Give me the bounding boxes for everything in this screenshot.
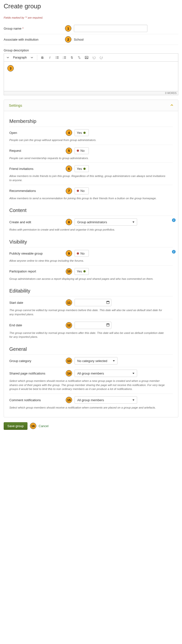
editability-section-title: Editability: [9, 288, 173, 294]
open-help: People can join the group without approv…: [9, 138, 173, 142]
comment-notifications-select[interactable]: All group members: [74, 396, 137, 404]
group-name-label-text: Group name: [4, 27, 21, 30]
svg-rect-5: [57, 58, 59, 58]
callout-marker-11: 11: [66, 299, 72, 306]
redo-icon[interactable]: [98, 54, 105, 61]
group-name-input[interactable]: [74, 25, 147, 32]
callout-marker-2: 2: [65, 36, 71, 42]
participation-report-row: Participation report 10 Yes Group admini…: [9, 265, 173, 284]
comment-notifications-row: Comment notifications 15 All group membe…: [9, 394, 173, 412]
more-menu-icon[interactable]: [5, 54, 11, 61]
svg-rect-8: [64, 58, 66, 58]
friend-invitations-row: Friend invitations 6 Yes Allow members t…: [9, 162, 173, 184]
toolbar-separator: [37, 55, 37, 60]
cancel-link[interactable]: Cancel: [39, 424, 49, 428]
calendar-icon[interactable]: [106, 323, 110, 327]
callout-marker-1: 1: [65, 25, 71, 32]
settings-panel-header[interactable]: Settings: [4, 100, 178, 111]
end-date-help: The group cannot be edited by normal gro…: [9, 331, 173, 339]
callout-marker-8: 8: [66, 219, 72, 225]
start-date-row: Start date 11 The group cannot be edited…: [9, 296, 173, 319]
callout-marker-13: 13: [66, 358, 72, 364]
request-help: People can send membership requests to g…: [9, 156, 173, 160]
unlink-icon[interactable]: [76, 54, 82, 61]
numbered-list-icon[interactable]: 123: [61, 54, 68, 61]
svg-rect-16: [107, 301, 108, 302]
callout-marker-14: 14: [66, 370, 72, 376]
shared-notifications-select-value: All group members: [77, 372, 104, 375]
chevron-down-icon: [132, 373, 134, 374]
friend-invitations-toggle[interactable]: Yes: [74, 165, 89, 172]
callout-marker-9: 9: [66, 250, 72, 256]
required-fields-note: Fields marked by '*' are required.: [4, 16, 178, 19]
open-row: Open 4 Yes People can join the group wit…: [9, 126, 173, 145]
public-viewable-label: Publicly viewable group: [9, 252, 66, 255]
bullet-list-icon[interactable]: [54, 54, 60, 61]
create-edit-select-value: Group administrators: [77, 220, 107, 224]
group-name-row: Group name * 1: [4, 23, 178, 34]
recommendations-label: Recommendations: [9, 189, 66, 193]
style-dropdown-caret-icon[interactable]: [29, 54, 35, 61]
toggle-dot-icon: [83, 270, 85, 272]
svg-point-13: [86, 57, 86, 58]
chevron-up-icon: [170, 104, 173, 107]
bold-icon[interactable]: B: [39, 54, 46, 61]
svg-rect-21: [108, 323, 109, 324]
associate-institution-value: School: [74, 38, 84, 41]
recommendations-row: Recommendations 7 No Allow members to se…: [9, 185, 173, 203]
participation-report-toggle[interactable]: Yes: [74, 268, 89, 275]
svg-rect-7: [64, 57, 66, 58]
associate-institution-label: Associate with institution: [4, 38, 65, 41]
shared-notifications-select[interactable]: All group members: [74, 370, 137, 377]
editor-textarea[interactable]: 3: [4, 62, 178, 91]
link-icon[interactable]: [69, 54, 75, 61]
word-count: 0 WORDS: [4, 91, 178, 95]
svg-rect-19: [107, 324, 109, 324]
save-group-button[interactable]: Save group: [4, 422, 28, 430]
svg-rect-15: [107, 301, 109, 302]
recommendations-help: Allow members to send a recommendation f…: [9, 196, 173, 200]
start-date-input[interactable]: [75, 300, 104, 306]
group-category-select-value: No category selected: [77, 359, 107, 363]
comment-notifications-select-value: All group members: [77, 398, 104, 402]
calendar-icon[interactable]: [106, 300, 110, 305]
end-date-input[interactable]: [75, 322, 104, 328]
editor-toolbar: Paragraph B I 123: [4, 54, 178, 62]
general-section-title: General: [9, 346, 173, 352]
public-viewable-toggle-value: No: [80, 252, 85, 255]
settings-panel-body: Membership Open 4 Yes People can join th…: [4, 111, 178, 417]
friend-invitations-toggle-value: Yes: [77, 167, 82, 170]
group-category-select[interactable]: No category selected: [74, 357, 118, 364]
italic-icon[interactable]: I: [47, 54, 53, 61]
info-icon[interactable]: i: [172, 250, 176, 254]
friend-invitations-label: Friend invitations: [9, 167, 66, 170]
chevron-down-icon: [113, 360, 115, 362]
svg-rect-17: [108, 301, 109, 302]
friend-invitations-help: Allow members to invite friends to join …: [9, 174, 173, 182]
chevron-down-icon: [132, 400, 134, 401]
info-icon[interactable]: i: [172, 218, 176, 222]
action-bar: Save group 16 Cancel: [4, 422, 178, 430]
callout-marker-10: 10: [66, 268, 72, 275]
public-viewable-toggle[interactable]: No: [74, 250, 89, 257]
svg-rect-6: [64, 56, 66, 56]
undo-icon[interactable]: [91, 54, 97, 61]
group-name-label: Group name *: [4, 27, 65, 30]
create-edit-help: Roles with permission to create and edit…: [9, 228, 173, 232]
description-editor: Paragraph B I 123 3 0 WORDS: [4, 53, 178, 95]
toggle-dot-icon: [77, 252, 79, 254]
settings-panel-title: Settings: [9, 103, 22, 108]
participation-report-help: Group administrators can access a report…: [9, 277, 173, 281]
required-star: *: [22, 27, 24, 30]
image-icon[interactable]: [83, 54, 90, 61]
recommendations-toggle[interactable]: No: [74, 188, 89, 194]
create-edit-select[interactable]: Group administrators: [74, 218, 137, 226]
content-section-title: Content: [9, 208, 173, 213]
callout-marker-7: 7: [66, 188, 72, 194]
open-toggle[interactable]: Yes: [74, 129, 89, 136]
toggle-dot-icon: [77, 150, 79, 152]
request-toggle[interactable]: No: [74, 147, 89, 154]
callout-marker-15: 15: [66, 397, 72, 403]
paragraph-style-select[interactable]: Paragraph: [12, 55, 28, 60]
page-title: Create group: [4, 2, 178, 10]
